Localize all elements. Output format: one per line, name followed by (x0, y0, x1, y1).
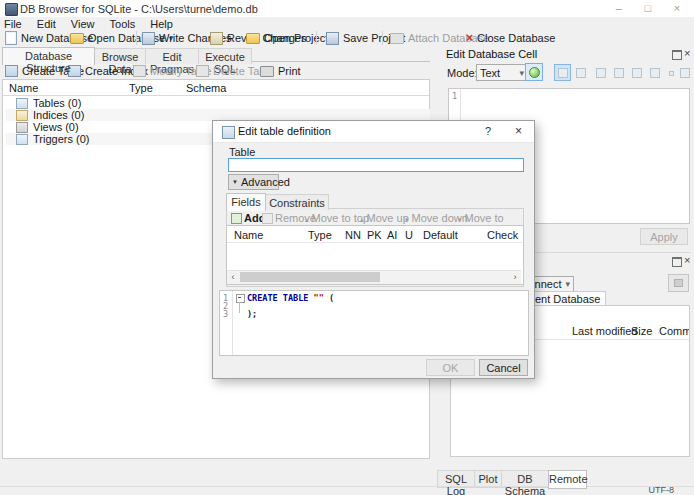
sql-preview: 1 2 3 CREATE TABLE "" ( ); (219, 290, 529, 356)
auto-apply-toggle[interactable] (525, 63, 543, 81)
col-name[interactable]: Name (234, 229, 263, 241)
tree-col-name[interactable]: Name (9, 82, 38, 94)
cell-panel-float-icon[interactable] (672, 50, 682, 60)
cell-tool-export-icon[interactable] (610, 64, 627, 81)
dialog-close-button[interactable]: × (515, 124, 522, 138)
tab-fields[interactable]: Fields (226, 193, 266, 211)
remote-panel-close-icon[interactable]: × (684, 254, 690, 266)
mode-dropdown-icon: ▾ (519, 68, 524, 78)
menu-help[interactable]: Help (144, 17, 179, 31)
menu-tools[interactable]: Tools (104, 17, 142, 31)
col-default[interactable]: Default (423, 229, 458, 241)
tree-col-type[interactable]: Type (129, 82, 153, 94)
fold-line (239, 302, 240, 313)
cell-tool-import-icon[interactable] (592, 64, 609, 81)
tree-item-label: Indices (0) (33, 109, 84, 121)
move-up-label: Move up (367, 212, 409, 224)
fields-table: Name Type NN PK AI U Default Check ‹ › (226, 225, 524, 285)
tab-browse-data[interactable]: Browse Data (94, 48, 146, 64)
open-project-label: Open Project (264, 32, 328, 44)
tab-execute-sql[interactable]: Execute SQL (198, 48, 252, 64)
col-nn[interactable]: NN (345, 229, 361, 241)
col-ai[interactable]: AI (387, 229, 397, 241)
move-down-icon: ▾ (405, 216, 409, 223)
toolbar-separator (382, 31, 383, 45)
indices-icon (16, 110, 28, 121)
remote-panel-float-icon[interactable] (672, 257, 682, 267)
maximize-button[interactable]: □ (635, 2, 661, 14)
dialog-title: Edit table definition (238, 125, 331, 137)
move-top-icon: ▴ (305, 216, 309, 223)
menu-file[interactable]: File (0, 17, 28, 31)
mode-select[interactable]: Text ▾ (476, 64, 528, 81)
print-label: Print (278, 65, 301, 77)
window-title: DB Browser for SQLite - C:\Users\turne\d… (20, 3, 258, 15)
tab-database-structure[interactable]: Database Structure (2, 47, 95, 65)
dialog-title-bar[interactable]: Edit table definition ? × (213, 121, 534, 143)
menu-bar: File Edit View Tools Help (0, 17, 694, 30)
remote-col-size[interactable]: Size (631, 325, 652, 337)
col-check[interactable]: Check (487, 229, 518, 241)
tree-col-schema[interactable]: Schema (186, 82, 226, 94)
edit-table-dialog: Edit table definition ? × Table ▼ Advanc… (212, 120, 535, 379)
cell-tool-text-icon[interactable] (554, 64, 571, 81)
dialog-help-button[interactable]: ? (485, 125, 491, 137)
tree-item-tables[interactable]: Tables (0) (6, 97, 430, 109)
tree-item-label: Triggers (0) (33, 133, 89, 145)
line-number: 1 (452, 91, 457, 101)
save-project-icon (326, 32, 339, 45)
sql-line-3: ); (247, 309, 257, 319)
close-button[interactable]: × (664, 2, 690, 14)
advanced-arrow-icon: ▼ (232, 179, 238, 185)
tree-item-label: Views (0) (33, 121, 79, 133)
mode-value: Text (480, 67, 500, 79)
remote-col-commit[interactable]: Commit (659, 325, 690, 337)
tab-constraints[interactable]: Constraints (265, 194, 329, 210)
menu-view[interactable]: View (65, 17, 101, 31)
print-icon (260, 66, 274, 77)
advanced-button[interactable]: ▼ Advanced (228, 174, 279, 190)
cell-tool-print-icon[interactable] (676, 64, 693, 81)
attach-database-icon (390, 33, 404, 44)
tab-edit-pragmas[interactable]: Edit Pragmas (145, 48, 199, 64)
table-name-label: Table (229, 146, 255, 158)
cell-tool-fullscreen-icon[interactable] (646, 64, 663, 81)
scroll-left-icon[interactable]: ‹ (227, 271, 239, 283)
views-icon (16, 122, 28, 133)
app-icon (5, 3, 18, 16)
tab-remote[interactable]: Remote (548, 470, 587, 489)
sql-gutter: 1 2 3 (220, 291, 233, 355)
close-database-icon: × (466, 31, 473, 45)
print-button[interactable]: Print (260, 63, 301, 79)
remote-col-last-modified[interactable]: Last modified (572, 325, 637, 337)
cell-tool-save-icon[interactable] (628, 64, 645, 81)
open-project-icon (246, 33, 260, 44)
scrollbar-thumb[interactable] (240, 272, 380, 282)
col-pk[interactable]: PK (367, 229, 382, 241)
write-changes-icon (142, 32, 155, 45)
fields-table-header: Name Type NN PK AI U Default Check (227, 226, 523, 243)
cell-panel-close-icon[interactable]: × (684, 47, 690, 59)
move-up-button: ▴ Move up (360, 212, 409, 224)
cell-panel-title: Edit Database Cell (446, 48, 537, 60)
clone-database-button (668, 274, 689, 292)
cancel-button[interactable]: Cancel (479, 359, 528, 376)
add-icon (231, 213, 242, 224)
fields-hscrollbar[interactable]: ‹ › (227, 270, 521, 284)
scroll-right-icon[interactable]: › (509, 271, 521, 283)
fold-marker-icon[interactable] (236, 294, 245, 303)
menu-edit[interactable]: Edit (31, 17, 62, 31)
create-table-icon (5, 65, 18, 77)
add-field-button[interactable]: Add (231, 212, 265, 224)
revert-changes-icon (210, 32, 223, 45)
close-database-button[interactable]: × Close Database (466, 30, 555, 46)
encoding-status[interactable]: UTF-8 (649, 485, 675, 495)
remove-icon (262, 213, 273, 224)
title-bar: DB Browser for SQLite - C:\Users\turne\d… (0, 0, 694, 17)
col-type[interactable]: Type (308, 229, 332, 241)
cell-tool-binary-icon[interactable] (572, 64, 589, 81)
table-name-input[interactable] (228, 158, 524, 172)
minimize-button[interactable]: – (606, 2, 632, 14)
col-u[interactable]: U (405, 229, 413, 241)
move-bottom-icon: ▾ (458, 216, 462, 223)
